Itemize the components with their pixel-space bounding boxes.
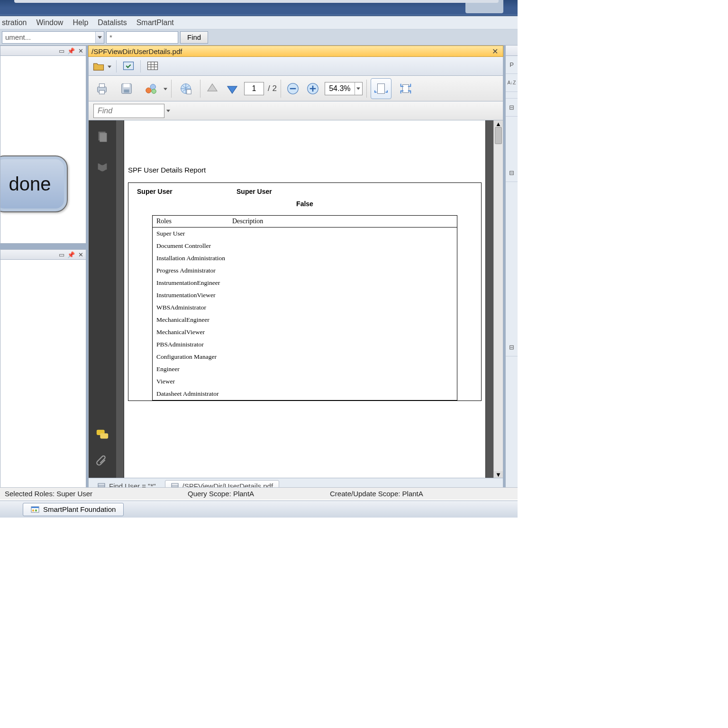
save-button[interactable] <box>116 78 137 99</box>
scroll-down-icon[interactable]: ▼ <box>494 471 503 478</box>
chevron-down-icon[interactable] <box>164 85 167 92</box>
window-state-icon[interactable]: ▭ <box>58 251 65 258</box>
svg-rect-28 <box>377 83 384 93</box>
table-row: Engineer <box>153 363 457 375</box>
svg-point-43 <box>32 509 34 511</box>
menu-item[interactable]: stration <box>2 18 27 27</box>
open-folder-button[interactable] <box>91 59 106 73</box>
print-button[interactable] <box>91 78 112 99</box>
page-total-label: / 2 <box>268 84 277 93</box>
status-create-scope: Create/Update Scope: PlantA <box>330 490 518 498</box>
expand-icon[interactable]: ⊟ <box>506 164 518 182</box>
search-filter-input[interactable] <box>107 32 178 43</box>
search-filter-field[interactable] <box>106 31 178 44</box>
table-row: MechanicalViewer <box>153 326 457 338</box>
chevron-down-icon[interactable] <box>355 82 362 95</box>
done-bubble: done <box>0 155 68 212</box>
search-toolbar: Find <box>0 29 518 46</box>
svg-point-14 <box>146 88 151 93</box>
table-row: InstrumentationEngineer <box>153 277 457 289</box>
pdf-viewer: SPF User Details Report Super User Super… <box>88 120 503 478</box>
pages-icon[interactable] <box>95 129 110 144</box>
table-row: MechanicalEngineer <box>153 314 457 326</box>
menu-item[interactable]: Help <box>73 18 88 27</box>
table-row: Configuration Manager <box>153 351 457 363</box>
table-row: Viewer <box>153 375 457 388</box>
pdf-find-input[interactable] <box>93 104 164 118</box>
zoom-input[interactable] <box>325 84 355 93</box>
chevron-down-icon[interactable] <box>164 104 172 118</box>
taskbar-app-label: SmartPlant Foundation <box>43 505 116 513</box>
page-down-button[interactable] <box>224 81 240 97</box>
svg-rect-12 <box>123 83 129 87</box>
column-description: Description <box>232 218 263 225</box>
export-button[interactable] <box>141 78 162 99</box>
menu-item[interactable]: Window <box>36 18 63 27</box>
document-tab[interactable]: /SPFViewDir/UserDetails.pdf ✕ <box>88 46 503 57</box>
roles-table: Roles Description Super User Document Co… <box>152 215 457 400</box>
svg-rect-10 <box>99 90 104 94</box>
window-state-icon[interactable]: ▭ <box>58 47 65 54</box>
scroll-up-icon[interactable]: ▲ <box>494 120 503 127</box>
expand-icon[interactable]: ⊟ <box>506 338 518 356</box>
close-icon[interactable]: ✕ <box>77 47 84 54</box>
page-up-button[interactable] <box>204 81 220 97</box>
report-box: Super User Super User False Roles Descri… <box>128 182 482 401</box>
taskbar-app-button[interactable]: SmartPlant Foundation <box>23 503 124 516</box>
web-button[interactable] <box>175 78 196 99</box>
fit-page-button[interactable] <box>395 78 416 99</box>
svg-rect-42 <box>31 507 39 508</box>
grid-view-button[interactable] <box>146 59 160 73</box>
scrollbar[interactable]: ▲ ▼ <box>493 120 503 478</box>
status-roles: Selected Roles: Super User <box>0 490 188 498</box>
main-menubar: stration Window Help Datalists SmartPlan… <box>0 16 518 29</box>
menu-item[interactable]: SmartPlant <box>136 18 174 27</box>
left-top-panel-body: done <box>0 56 86 244</box>
document-toolbar <box>88 57 503 76</box>
right-strip: P A↓Z ⊟ ⊟ ⊟ <box>505 46 518 494</box>
svg-rect-32 <box>100 133 107 142</box>
refresh-button[interactable] <box>121 59 136 73</box>
window-titlebar <box>0 0 518 16</box>
expand-icon[interactable]: ⊟ <box>506 99 518 117</box>
document-tab-title: /SPFViewDir/UserDetails.pdf <box>91 47 490 55</box>
table-row: PBSAdministrator <box>153 338 457 351</box>
column-roles: Roles <box>156 218 232 225</box>
svg-point-15 <box>150 84 155 89</box>
table-row: Document Controller <box>153 240 457 252</box>
pdf-page: SPF User Details Report Super User Super… <box>124 120 485 478</box>
comments-icon[interactable] <box>95 427 110 442</box>
pin-icon[interactable]: 📌 <box>68 47 74 54</box>
svg-rect-23 <box>290 88 296 89</box>
left-bottom-panel-header: ▭ 📌 ✕ <box>0 249 86 260</box>
search-type-combo[interactable] <box>2 31 104 44</box>
svg-rect-29 <box>402 84 409 92</box>
pin-icon[interactable]: 📌 <box>68 251 74 258</box>
svg-marker-27 <box>356 87 360 90</box>
zoom-in-button[interactable] <box>305 81 321 97</box>
document-area: /SPFViewDir/UserDetails.pdf ✕ <box>88 46 503 494</box>
scroll-thumb[interactable] <box>495 127 502 144</box>
attachment-icon[interactable] <box>95 455 110 470</box>
pdf-toolbar: / 2 <box>88 76 503 101</box>
close-icon[interactable]: ✕ <box>490 47 500 56</box>
svg-rect-3 <box>148 62 158 69</box>
page-number-input[interactable] <box>244 82 264 95</box>
zoom-out-button[interactable] <box>285 81 301 97</box>
fit-width-button[interactable] <box>371 78 391 99</box>
zoom-combo[interactable] <box>325 82 363 95</box>
chevron-down-icon[interactable] <box>108 63 111 70</box>
bookmark-icon[interactable] <box>95 160 110 175</box>
pdf-sidebar <box>89 120 116 478</box>
search-type-input[interactable] <box>2 32 95 43</box>
svg-marker-30 <box>166 109 170 112</box>
chevron-down-icon[interactable] <box>95 32 104 43</box>
svg-rect-2 <box>124 62 134 69</box>
sort-az-icon[interactable]: A↓Z <box>506 74 518 92</box>
report-title: SPF User Details Report <box>124 166 485 174</box>
menu-item[interactable]: Datalists <box>98 18 127 27</box>
close-icon[interactable]: ✕ <box>77 251 84 258</box>
svg-rect-9 <box>99 83 104 87</box>
right-strip-p[interactable]: P <box>506 56 518 74</box>
find-button[interactable]: Find <box>180 31 208 44</box>
